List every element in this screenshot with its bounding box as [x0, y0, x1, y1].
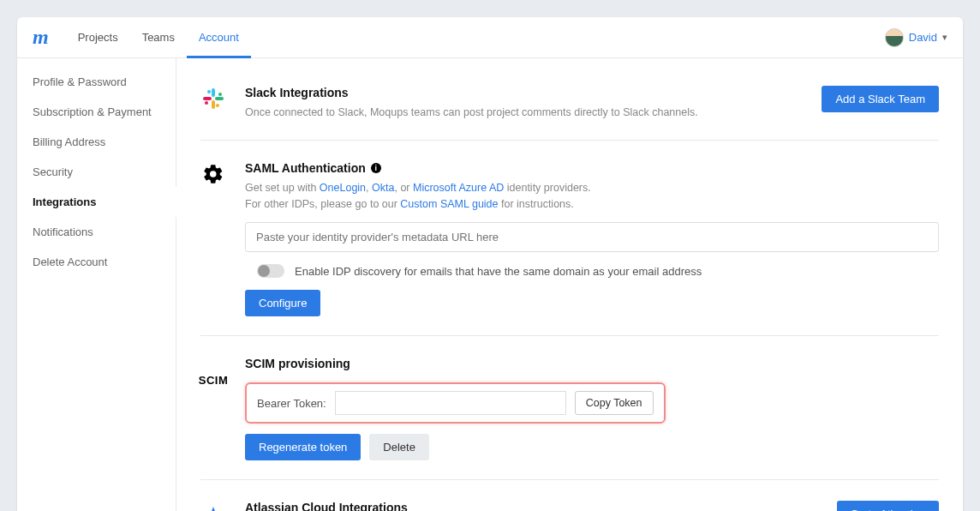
main-content: Add a Slack Team Slack Integrations Once… — [176, 58, 963, 511]
nav-projects[interactable]: Projects — [66, 17, 130, 58]
slack-title: Slack Integrations — [245, 86, 822, 99]
saml-title: SAML Authentication i — [245, 161, 939, 175]
saml-metadata-input[interactable] — [245, 222, 939, 252]
chevron-down-icon: ▾ — [942, 32, 947, 43]
bearer-token-highlight: Bearer Token: Copy Token — [245, 382, 666, 424]
nav-account[interactable]: Account — [187, 17, 251, 58]
sidebar-item-billing[interactable]: Billing Address — [17, 127, 176, 157]
copy-token-button[interactable]: Copy Token — [575, 391, 654, 415]
section-slack: Add a Slack Team Slack Integrations Once… — [200, 74, 939, 140]
user-menu[interactable]: David ▾ — [885, 28, 947, 47]
idp-discovery-toggle[interactable] — [257, 264, 284, 278]
avatar — [885, 28, 904, 47]
svg-rect-3 — [203, 97, 212, 100]
slack-icon — [200, 86, 226, 121]
sidebar-item-security[interactable]: Security — [17, 157, 176, 187]
svg-rect-2 — [212, 100, 215, 109]
toggle-label: Enable IDP discovery for emails that hav… — [295, 265, 702, 278]
svg-rect-0 — [212, 88, 215, 97]
link-azure[interactable]: Microsoft Azure AD — [413, 182, 504, 194]
sidebar-item-subscription[interactable]: Subscription & Payment — [17, 97, 176, 127]
add-slack-team-button[interactable]: Add a Slack Team — [822, 86, 939, 112]
sidebar: Profile & Password Subscription & Paymen… — [17, 58, 176, 511]
delete-token-button[interactable]: Delete — [369, 434, 429, 460]
info-icon[interactable]: i — [371, 163, 381, 173]
saml-desc: Get set up with OneLogin, Okta, or Micro… — [245, 180, 939, 213]
svg-point-4 — [207, 90, 211, 93]
link-saml-guide[interactable]: Custom SAML guide — [400, 198, 498, 210]
nav-teams[interactable]: Teams — [130, 17, 187, 58]
svg-point-7 — [205, 101, 208, 105]
atlassian-title: Atlassian Cloud Integrations — [245, 501, 837, 511]
sidebar-item-notifications[interactable]: Notifications — [17, 217, 176, 247]
configure-button[interactable]: Configure — [245, 290, 320, 316]
section-scim: SCIM SCIM provisioning Bearer Token: Cop… — [200, 335, 939, 479]
bearer-token-label: Bearer Token: — [257, 397, 326, 410]
go-to-atlassian-button[interactable]: Go to Atlassian — [837, 501, 939, 511]
app-window: m Projects Teams Account David ▾ Profile… — [17, 17, 963, 511]
sidebar-item-delete[interactable]: Delete Account — [17, 247, 176, 277]
top-nav: m Projects Teams Account David ▾ — [17, 17, 963, 58]
regenerate-token-button[interactable]: Regenerate token — [245, 434, 361, 460]
section-saml: SAML Authentication i Get set up with On… — [200, 140, 939, 336]
link-onelogin[interactable]: OneLogin — [320, 182, 366, 194]
scim-title: SCIM provisioning — [245, 357, 939, 370]
link-okta[interactable]: Okta — [372, 182, 394, 194]
gear-icon — [200, 161, 226, 317]
svg-rect-1 — [215, 97, 224, 100]
bearer-token-input[interactable] — [335, 391, 566, 415]
svg-point-5 — [218, 93, 222, 96]
user-name: David — [909, 31, 937, 44]
scim-icon: SCIM — [199, 374, 229, 460]
logo[interactable]: m — [33, 26, 49, 49]
sidebar-item-profile[interactable]: Profile & Password — [17, 67, 176, 97]
svg-point-6 — [216, 104, 219, 107]
section-atlassian: ATLASSIAN Go to Atlassian Atlassian Clou… — [200, 479, 939, 511]
sidebar-item-integrations[interactable]: Integrations — [17, 187, 176, 217]
atlassian-icon: ATLASSIAN — [200, 501, 226, 511]
